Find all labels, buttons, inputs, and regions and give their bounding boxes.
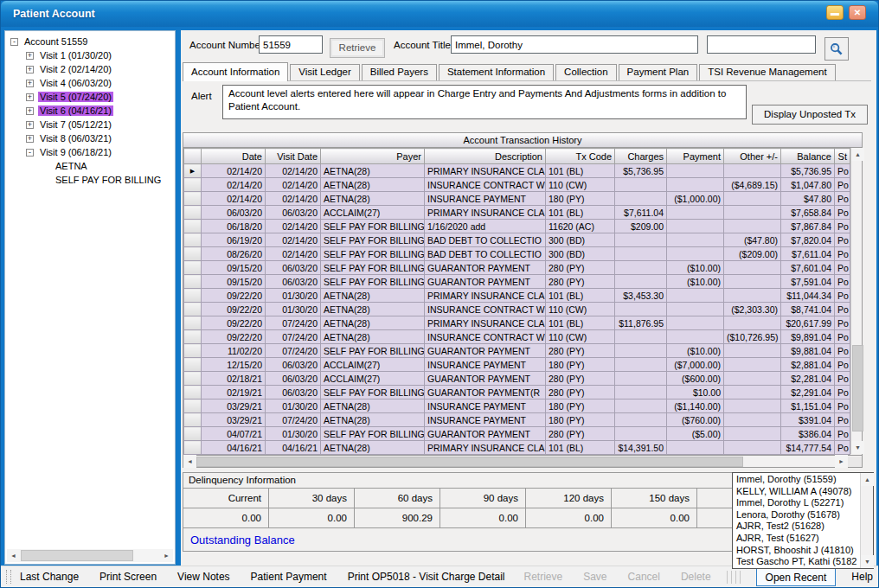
grid-header-row: DateVisit DatePayerDescriptionTx CodeCha… xyxy=(184,149,850,164)
recent-patient-item[interactable]: Immel, Dorothy L (52271) xyxy=(733,497,860,509)
recent-patient-item[interactable]: HORST, Bhooshit J (41810) xyxy=(733,545,860,557)
recent-patient-item[interactable]: Immel, Dorothy (51559) xyxy=(733,474,860,486)
table-row[interactable]: 09/15/20 06/03/20 SELF PAY FOR BILLING( … xyxy=(184,275,850,289)
table-row[interactable]: 09/22/20 01/30/20 AETNA(28) PRIMARY INSU… xyxy=(184,289,850,303)
recent-patient-item[interactable]: KELLY, WILLIAM A (49078) xyxy=(733,486,860,498)
scrollbar-thumb[interactable] xyxy=(852,345,863,431)
table-row[interactable]: 09/22/20 07/24/20 AETNA(28) PRIMARY INSU… xyxy=(184,316,850,330)
grid-column-header: Payer xyxy=(321,149,425,164)
recent-patient-item[interactable]: AJRR, Test (51627) xyxy=(733,533,860,545)
retrieve-button[interactable]: Retrieve xyxy=(330,38,385,58)
search-button[interactable] xyxy=(824,37,849,61)
statusbar-action-disabled[interactable]: Delete xyxy=(681,571,711,583)
tree-item-visit[interactable]: + Visit 5 (07/24/20) xyxy=(10,90,175,104)
cell-other xyxy=(724,399,781,413)
minimize-button[interactable]: ▬ xyxy=(826,5,844,20)
scroll-down-icon[interactable]: ▼ xyxy=(851,441,864,454)
tree-horizontal-scrollbar[interactable]: ◄ ► xyxy=(7,549,173,562)
scroll-left-icon[interactable]: ◄ xyxy=(183,455,196,468)
table-row[interactable]: 09/15/20 06/03/20 SELF PAY FOR BILLING( … xyxy=(184,261,850,275)
table-row[interactable]: 02/18/21 06/03/20 ACCLAIM(27) GUARANTOR … xyxy=(184,372,850,386)
expand-box-icon[interactable]: + xyxy=(26,93,34,101)
table-row[interactable]: 11/02/20 07/24/20 SELF PAY FOR BILLING( … xyxy=(184,344,850,358)
cell-description: GUARANTOR PAYMENT(R xyxy=(425,386,546,399)
tab[interactable]: Collection xyxy=(555,64,617,80)
table-row[interactable]: 08/26/20 02/14/20 SELF PAY FOR BILLING( … xyxy=(184,247,850,261)
statusbar-action-disabled[interactable]: Save xyxy=(583,571,606,583)
tree-item-visit[interactable]: + Visit 7 (05/12/21) xyxy=(10,118,175,131)
cell-status: Po xyxy=(835,275,850,289)
statusbar-action-disabled[interactable]: Cancel xyxy=(628,571,660,583)
tab[interactable]: TSI Revenue Management xyxy=(699,64,835,80)
scroll-up-icon[interactable]: ▲ xyxy=(851,148,864,161)
expand-box-icon[interactable]: + xyxy=(26,107,34,115)
table-row[interactable]: 04/07/21 01/30/20 SELF PAY FOR BILLING( … xyxy=(184,427,850,441)
tab[interactable]: Visit Ledger xyxy=(290,64,360,80)
patient-search-input[interactable] xyxy=(707,35,816,54)
table-row[interactable]: 06/03/20 06/03/20 ACCLAIM(27) PRIMARY IN… xyxy=(184,206,850,220)
table-row[interactable]: 02/14/20 02/14/20 AETNA(28) INSURANCE PA… xyxy=(184,192,850,206)
dropdown-scrollbar[interactable]: ▲ ▼ xyxy=(860,473,873,568)
grid-horizontal-scrollbar[interactable]: ◄ ► xyxy=(183,456,863,468)
recent-patient-item[interactable]: Lenora, Dorothy (51678) xyxy=(733,509,860,521)
tree-item-visit[interactable]: SELF PAY FOR BILLING xyxy=(10,173,175,187)
display-unposted-tx-button[interactable]: Display Unposted Tx xyxy=(752,105,868,125)
expand-box-icon[interactable]: + xyxy=(26,52,34,60)
tree-item-visit[interactable]: + Visit 4 (06/03/20) xyxy=(10,76,175,90)
recent-patient-item[interactable]: AJRR, Test2 (51628) xyxy=(733,521,860,533)
recent-patient-item[interactable]: Test Gascho PT, Kathi (5182 xyxy=(733,556,860,568)
cell-balance: $7,867.84 xyxy=(781,220,835,233)
expand-box-icon[interactable]: + xyxy=(26,121,34,129)
open-recent-button[interactable]: Open Recent xyxy=(756,568,837,586)
table-row[interactable]: 02/19/21 06/03/20 SELF PAY FOR BILLING( … xyxy=(184,386,850,399)
tab[interactable]: Payment Plan xyxy=(619,64,698,80)
expand-box-icon[interactable]: + xyxy=(26,80,34,87)
expand-box-icon[interactable]: + xyxy=(26,135,34,143)
outstanding-balance-link[interactable]: Outstanding Balance xyxy=(183,534,295,546)
tree-item-visit[interactable]: + Visit 8 (06/03/21) xyxy=(10,131,175,145)
table-row[interactable]: 03/29/21 01/30/20 AETNA(28) INSURANCE PA… xyxy=(184,399,850,413)
tab[interactable]: Statement Information xyxy=(439,64,554,80)
table-row[interactable]: 03/29/21 07/24/20 AETNA(28) INSURANCE PA… xyxy=(184,413,850,427)
cell-payer: SELF PAY FOR BILLING( xyxy=(321,427,425,441)
tree-item-visit[interactable]: AETNA xyxy=(10,159,175,173)
account-number-input[interactable] xyxy=(259,35,323,54)
scroll-right-icon[interactable]: ► xyxy=(835,455,848,468)
table-row[interactable]: 06/19/20 02/14/20 SELF PAY FOR BILLING( … xyxy=(184,233,850,247)
tree-item-visit[interactable]: - Visit 9 (06/18/21) xyxy=(10,145,175,159)
statusbar-action[interactable]: Patient Payment xyxy=(251,571,327,583)
expand-box-icon[interactable]: + xyxy=(26,66,34,74)
table-row[interactable]: 02/14/20 02/14/20 AETNA(28) INSURANCE CO… xyxy=(184,178,850,192)
table-row[interactable]: 12/15/20 06/03/20 ACCLAIM(27) INSURANCE … xyxy=(184,358,850,372)
tree-item-visit[interactable]: + Visit 6 (04/16/21) xyxy=(10,104,175,118)
statusbar-action[interactable]: Print OP5018 - Visit Charge Detail xyxy=(348,571,505,583)
tab[interactable]: Account Information xyxy=(183,62,288,81)
statusbar-action-disabled[interactable]: Retrieve xyxy=(524,571,563,583)
tree-item-visit[interactable]: + Visit 2 (02/14/20) xyxy=(10,62,175,76)
scrollbar-thumb[interactable] xyxy=(196,457,743,467)
table-row[interactable]: 04/16/21 04/16/21 AETNA(28) PRIMARY INSU… xyxy=(184,441,850,455)
tree-item-visit[interactable]: + Visit 1 (01/30/20) xyxy=(10,48,175,62)
tree-root-account[interactable]: - Account 51559 xyxy=(10,35,175,48)
scrollbar-thumb[interactable] xyxy=(21,550,133,561)
statusbar-action[interactable]: Last Change xyxy=(20,571,79,583)
help-button[interactable]: Help xyxy=(851,571,873,583)
table-row[interactable]: 06/18/20 02/14/20 SELF PAY FOR BILLING( … xyxy=(184,220,850,233)
scroll-left-icon[interactable]: ◄ xyxy=(7,549,20,562)
scroll-up-icon[interactable]: ▲ xyxy=(861,473,874,486)
statusbar-action[interactable]: Print Screen xyxy=(99,571,157,583)
scroll-down-icon[interactable]: ▼ xyxy=(861,555,874,568)
table-row[interactable]: ▶ 02/14/20 02/14/20 AETNA(28) PRIMARY IN… xyxy=(184,164,850,178)
close-button[interactable]: ✕ xyxy=(849,5,866,20)
expand-box-icon[interactable]: - xyxy=(26,149,34,157)
alert-textbox[interactable]: Account level alerts entered here will a… xyxy=(222,85,747,119)
cell-payment: ($10.00) xyxy=(667,275,724,289)
grid-vertical-scrollbar[interactable]: ▲ ▼ xyxy=(850,148,862,454)
tab[interactable]: Billed Payers xyxy=(362,64,437,80)
scroll-right-icon[interactable]: ► xyxy=(160,549,173,562)
account-title-input[interactable] xyxy=(451,35,698,54)
statusbar-action[interactable]: View Notes xyxy=(177,571,229,583)
table-row[interactable]: 09/22/20 01/30/20 AETNA(28) INSURANCE CO… xyxy=(184,303,850,316)
collapse-box-icon[interactable]: - xyxy=(10,38,18,46)
table-row[interactable]: 09/22/20 07/24/20 AETNA(28) INSURANCE CO… xyxy=(184,330,850,344)
